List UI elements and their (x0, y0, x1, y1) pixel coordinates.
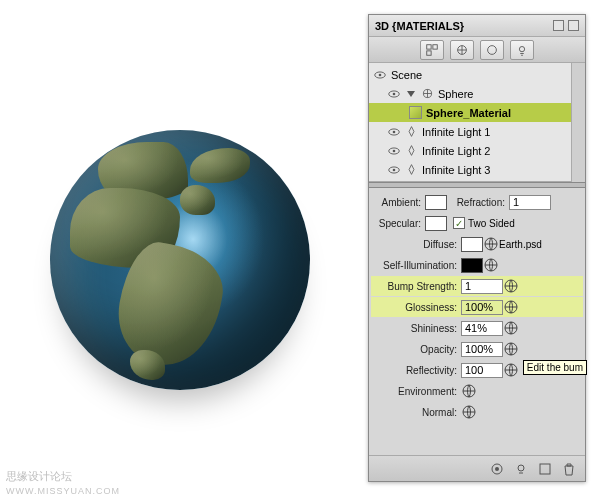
scrollbar[interactable] (571, 63, 585, 182)
material-properties: Ambient: Refraction: 1 Specular: Two Sid… (369, 188, 585, 455)
gloss-input[interactable]: 100% (461, 300, 503, 315)
light-icon (405, 125, 418, 138)
new-material-icon[interactable] (537, 461, 553, 477)
eye-icon[interactable] (387, 144, 401, 158)
selfillum-swatch[interactable] (461, 258, 483, 273)
gloss-label: Glossiness: (371, 302, 461, 313)
shini-label: Shininess: (371, 323, 461, 334)
specular-swatch[interactable] (425, 216, 447, 231)
eye-icon[interactable] (387, 125, 401, 139)
svg-point-9 (393, 92, 396, 95)
texture-icon[interactable] (461, 404, 477, 420)
close-icon[interactable] (568, 20, 579, 31)
texture-icon[interactable] (483, 257, 499, 273)
tree-light-3[interactable]: Infinite Light 3 (369, 160, 571, 179)
delete-icon[interactable] (561, 461, 577, 477)
diffuse-label: Diffuse: (371, 239, 461, 250)
expand-icon[interactable] (407, 91, 415, 97)
scene-tab-button[interactable] (420, 40, 444, 60)
twosided-label: Two Sided (468, 218, 515, 229)
panel-toolbar (369, 37, 585, 63)
item-label: Sphere (438, 88, 473, 100)
svg-point-28 (518, 465, 524, 471)
svg-rect-29 (540, 464, 550, 474)
item-label: Infinite Light 2 (422, 145, 491, 157)
earth-globe[interactable] (50, 130, 310, 390)
light-icon (405, 163, 418, 176)
eye-icon[interactable] (387, 87, 401, 101)
svg-point-27 (495, 467, 499, 471)
svg-rect-2 (427, 50, 431, 54)
svg-point-4 (488, 45, 497, 54)
texture-icon[interactable] (503, 299, 519, 315)
refraction-input[interactable]: 1 (509, 195, 551, 210)
bump-label: Bump Strength: (371, 281, 461, 292)
tooltip: Edit the bum (523, 360, 587, 375)
svg-point-16 (393, 168, 396, 171)
texture-icon[interactable] (461, 383, 477, 399)
materials-panel: 3D {MATERIALS} Scene Sphere Sphere (368, 14, 586, 482)
tree-sphere-material[interactable]: Sphere_Material (369, 103, 571, 122)
normal-label: Normal: (371, 407, 461, 418)
reflect-label: Reflectivity: (371, 365, 461, 376)
specular-label: Specular: (371, 218, 425, 229)
material-icon (409, 106, 422, 119)
scene-tree: Scene Sphere Sphere_Material Infinite Li… (369, 63, 571, 182)
selfillum-label: Self-Illumination: (371, 260, 461, 271)
item-label: Infinite Light 3 (422, 164, 491, 176)
minimize-icon[interactable] (553, 20, 564, 31)
tree-light-2[interactable]: Infinite Light 2 (369, 141, 571, 160)
shini-input[interactable]: 41% (461, 321, 503, 336)
eye-icon[interactable] (387, 163, 401, 177)
panel-header[interactable]: 3D {MATERIALS} (369, 15, 585, 37)
twosided-checkbox[interactable] (453, 217, 465, 229)
refraction-label: Refraction: (447, 197, 509, 208)
render-settings-icon[interactable] (489, 461, 505, 477)
panel-footer (369, 455, 585, 481)
light-tab-button[interactable] (510, 40, 534, 60)
texture-icon[interactable] (483, 236, 499, 252)
texture-icon[interactable] (503, 362, 519, 378)
diffuse-file: Earth.psd (499, 239, 542, 250)
reflect-input[interactable]: 100 (461, 363, 503, 378)
texture-icon[interactable] (503, 341, 519, 357)
svg-point-5 (519, 46, 524, 51)
material-tab-button[interactable] (480, 40, 504, 60)
tree-sphere[interactable]: Sphere (369, 84, 571, 103)
diffuse-swatch[interactable] (461, 237, 483, 252)
bump-input[interactable]: 1 (461, 279, 503, 294)
scene-label: Scene (391, 69, 422, 81)
item-label: Infinite Light 1 (422, 126, 491, 138)
tree-light-1[interactable]: Infinite Light 1 (369, 122, 571, 141)
svg-point-14 (393, 149, 396, 152)
svg-rect-1 (433, 44, 437, 48)
watermark-cn: 思缘设计论坛 (6, 469, 72, 484)
svg-rect-0 (427, 44, 431, 48)
watermark: WWW.MISSYUAN.COM (6, 486, 120, 496)
mesh-tab-button[interactable] (450, 40, 474, 60)
texture-icon[interactable] (503, 320, 519, 336)
ambient-swatch[interactable] (425, 195, 447, 210)
svg-point-7 (379, 73, 382, 76)
mesh-icon (421, 87, 434, 100)
opacity-input[interactable]: 100% (461, 342, 503, 357)
tree-scene-root[interactable]: Scene (369, 65, 571, 84)
ambient-label: Ambient: (371, 197, 425, 208)
light-icon (405, 144, 418, 157)
light-settings-icon[interactable] (513, 461, 529, 477)
item-label: Sphere_Material (426, 107, 511, 119)
viewport[interactable] (20, 100, 340, 420)
eye-icon[interactable] (373, 68, 387, 82)
svg-point-12 (393, 130, 396, 133)
opacity-label: Opacity: (371, 344, 461, 355)
env-label: Environment: (371, 386, 461, 397)
panel-title: 3D {MATERIALS} (375, 20, 464, 32)
texture-icon[interactable] (503, 278, 519, 294)
